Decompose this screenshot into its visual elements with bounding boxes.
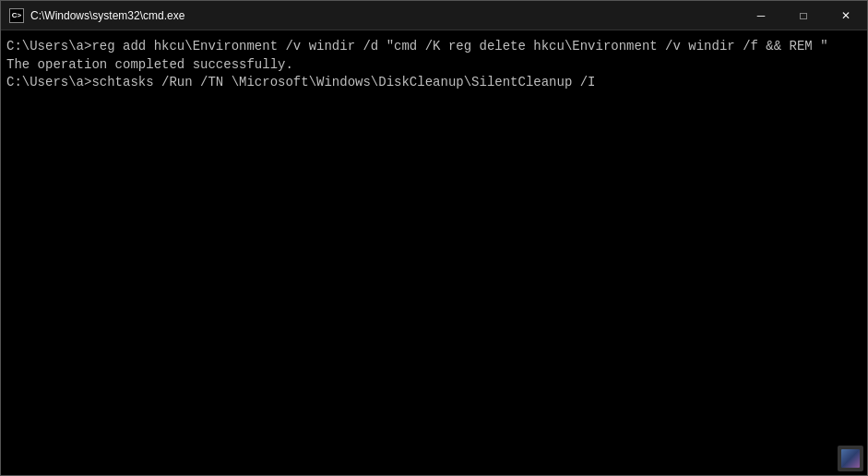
- terminal-line-2: The operation completed successfully.: [6, 56, 862, 75]
- terminal-line-4: C:\Users\a>schtasks /Run /TN \Microsoft\…: [6, 74, 862, 92]
- system-tray-icon: [838, 446, 863, 471]
- cmd-app-icon: C>: [9, 8, 24, 23]
- cmd-window: C> C:\Windows\system32\cmd.exe ─ □ ✕ C:\…: [0, 0, 868, 476]
- terminal-line-1: C:\Users\a>reg add hkcu\Environment /v w…: [6, 38, 862, 56]
- maximize-button[interactable]: □: [782, 1, 825, 30]
- close-button[interactable]: ✕: [825, 1, 867, 30]
- terminal-body[interactable]: C:\Users\a>reg add hkcu\Environment /v w…: [1, 30, 867, 475]
- minimize-button[interactable]: ─: [740, 1, 782, 30]
- window-icon: C>: [8, 7, 25, 24]
- window-title: C:\Windows\system32\cmd.exe: [30, 9, 860, 22]
- title-bar: C> C:\Windows\system32\cmd.exe ─ □ ✕: [1, 1, 867, 30]
- window-controls: ─ □ ✕: [740, 1, 867, 30]
